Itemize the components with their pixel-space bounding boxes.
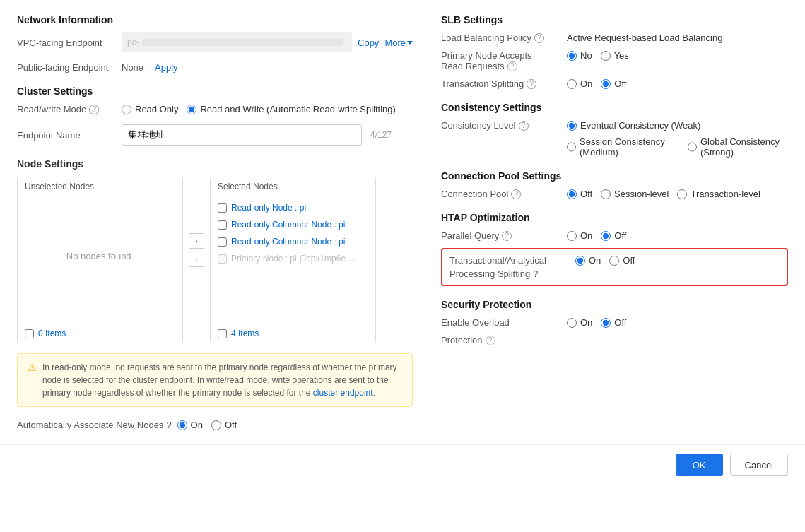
read-write-option[interactable]: Read and Write (Automatic Read-write Spl… bbox=[187, 104, 396, 114]
no-nodes-text: No nodes found. bbox=[18, 199, 182, 312]
primary-yes-option[interactable]: Yes bbox=[601, 50, 629, 61]
lb-help-icon[interactable]: ? bbox=[534, 33, 544, 43]
unselected-nodes-panel: Unselected Nodes No nodes found. 0 Items bbox=[17, 177, 183, 343]
pq-off-option[interactable]: Off bbox=[601, 230, 626, 241]
auto-associate-row: Automatically Associate New Nodes ? On O… bbox=[17, 420, 413, 430]
node-label: Primary Node : pi-j0bpx1mp6e-... bbox=[231, 254, 356, 264]
readwrite-label: Read/write Mode ? bbox=[17, 104, 116, 114]
htap-highlight-box: Transactional/Analytical On Off bbox=[441, 248, 788, 286]
node-label: Read-only Columnar Node : pi- bbox=[231, 220, 348, 230]
move-right-button[interactable]: › bbox=[189, 233, 204, 249]
network-title: Network Information bbox=[17, 14, 413, 25]
overload-off-option[interactable]: Off bbox=[601, 317, 626, 328]
slb-title: SLB Settings bbox=[441, 14, 788, 25]
copy-button[interactable]: Copy bbox=[358, 37, 379, 48]
connection-pool-help-icon[interactable]: ? bbox=[511, 189, 521, 199]
cp-transaction-option[interactable]: Transaction-level bbox=[677, 189, 760, 199]
node-settings-title: Node Settings bbox=[17, 158, 413, 170]
primary-node-radio-group: No Yes bbox=[567, 50, 629, 61]
transaction-splitting-radio-group: On Off bbox=[567, 78, 626, 89]
unselected-header: Unselected Nodes bbox=[18, 177, 182, 196]
connection-pool-radio-group: Off Session-level Transaction-level bbox=[567, 189, 760, 199]
consistency-title: Consistency Settings bbox=[441, 102, 788, 113]
selected-all-checkbox[interactable] bbox=[218, 329, 227, 338]
consistency-level-label: Consistency Level ? bbox=[441, 120, 561, 131]
processing-help-icon[interactable]: ? bbox=[533, 268, 538, 279]
unselected-all-checkbox[interactable] bbox=[25, 329, 34, 338]
cp-off-option[interactable]: Off bbox=[567, 189, 592, 199]
overload-label: Enable Overload bbox=[441, 317, 561, 328]
ok-button[interactable]: OK bbox=[676, 454, 723, 476]
ts-off-option[interactable]: Off bbox=[601, 78, 626, 89]
transactional-radio-group: On Off bbox=[575, 255, 635, 266]
consistency-help-icon[interactable]: ? bbox=[519, 121, 529, 131]
auto-associate-help-icon[interactable]: ? bbox=[166, 420, 171, 430]
overload-radio-group: On Off bbox=[567, 317, 626, 328]
public-value: None bbox=[122, 62, 143, 73]
warning-box: ⚠ In read-only mode, no requests are sen… bbox=[17, 353, 413, 407]
vpc-label: VPC-facing Endpoint bbox=[17, 37, 116, 48]
session-consistency-option[interactable]: Session Consistency (Medium) bbox=[567, 136, 676, 158]
unselected-count: 0 Items bbox=[38, 329, 66, 338]
auto-associate-label: Automatically Associate New Nodes ? bbox=[17, 420, 172, 430]
connection-pool-title: Connection Pool Settings bbox=[441, 170, 788, 182]
transfer-arrows: › ‹ bbox=[189, 177, 204, 267]
security-title: Security Protection bbox=[441, 299, 788, 310]
parallel-help-icon[interactable]: ? bbox=[502, 231, 512, 241]
node-label: Read-only Columnar Node : pi- bbox=[231, 237, 348, 247]
move-left-button[interactable]: ‹ bbox=[189, 252, 204, 267]
apply-button[interactable]: Apply bbox=[155, 62, 178, 73]
global-consistency-option[interactable]: Global Consistency (Strong) bbox=[688, 136, 788, 158]
eventual-consistency-option[interactable]: Eventual Consistency (Weak) bbox=[567, 120, 788, 131]
auto-on-option[interactable]: On bbox=[177, 420, 203, 430]
node-item[interactable]: Read-only Node : pi- bbox=[211, 199, 375, 216]
warning-icon: ⚠ bbox=[28, 362, 37, 373]
auto-associate-radio-group: On Off bbox=[177, 420, 237, 430]
pq-on-option[interactable]: On bbox=[567, 230, 592, 241]
connection-pool-label: Connection Pool ? bbox=[441, 189, 561, 199]
transactional-label: Transactional/Analytical bbox=[449, 255, 570, 266]
transaction-help-icon[interactable]: ? bbox=[527, 79, 536, 89]
read-requests-help-icon[interactable]: ? bbox=[507, 61, 517, 71]
readwrite-radio-group: Read Only Read and Write (Automatic Read… bbox=[122, 104, 396, 114]
warning-text: In read-only mode, no requests are sent … bbox=[42, 361, 402, 399]
selected-header: Selected Nodes bbox=[211, 177, 375, 196]
node-item: Primary Node : pi-j0bpx1mp6e-... bbox=[211, 250, 375, 267]
node-item[interactable]: Read-only Columnar Node : pi- bbox=[211, 233, 375, 250]
cluster-title: Cluster Settings bbox=[17, 85, 413, 97]
char-count: 4/127 bbox=[370, 130, 392, 140]
auto-off-option[interactable]: Off bbox=[211, 420, 237, 430]
protection-help-icon[interactable]: ? bbox=[486, 336, 495, 345]
read-only-option[interactable]: Read Only bbox=[122, 104, 178, 114]
readwrite-help-icon[interactable]: ? bbox=[89, 105, 99, 114]
cancel-button[interactable]: Cancel bbox=[730, 454, 788, 476]
bottom-bar: OK Cancel bbox=[0, 444, 805, 485]
endpoint-name-input[interactable] bbox=[122, 124, 362, 146]
protection-label: Protection ? bbox=[441, 335, 561, 345]
node-item[interactable]: Read-only Columnar Node : pi- bbox=[211, 216, 375, 233]
lb-value: Active Request-based Load Balancing bbox=[567, 32, 722, 43]
processing-splitting-label: Processing Splitting ? bbox=[449, 268, 570, 279]
htap-title: HTAP Optimization bbox=[441, 212, 788, 223]
ts-on-option[interactable]: On bbox=[567, 78, 592, 89]
endpoint-name-label: Endpoint Name bbox=[17, 130, 116, 141]
chevron-down-icon bbox=[407, 41, 413, 45]
public-label: Public-facing Endpoint bbox=[17, 62, 116, 73]
node-label: Read-only Node : pi- bbox=[231, 203, 309, 213]
cp-session-option[interactable]: Session-level bbox=[601, 189, 669, 199]
lb-label: Load Balancing Policy ? bbox=[441, 32, 561, 43]
primary-node-label: Primary Node Accepts Read Requests ? bbox=[441, 50, 561, 71]
overload-on-option[interactable]: On bbox=[567, 317, 592, 328]
selected-count: 4 Items bbox=[231, 329, 259, 338]
more-button[interactable]: More bbox=[384, 37, 413, 48]
parallel-query-label: Parallel Query ? bbox=[441, 230, 561, 241]
vpc-endpoint-value: pc- bbox=[122, 32, 352, 52]
unselected-footer: 0 Items bbox=[18, 324, 182, 343]
selected-nodes-panel: Selected Nodes Read-only Node : pi-Read-… bbox=[210, 177, 376, 343]
primary-no-option[interactable]: No bbox=[567, 50, 592, 61]
selected-footer: 4 Items bbox=[211, 324, 375, 343]
transaction-splitting-label: Transaction Splitting ? bbox=[441, 78, 561, 89]
parallel-query-radio-group: On Off bbox=[567, 230, 626, 241]
trans-off-option[interactable]: Off bbox=[609, 255, 635, 266]
trans-on-option[interactable]: On bbox=[575, 255, 601, 266]
